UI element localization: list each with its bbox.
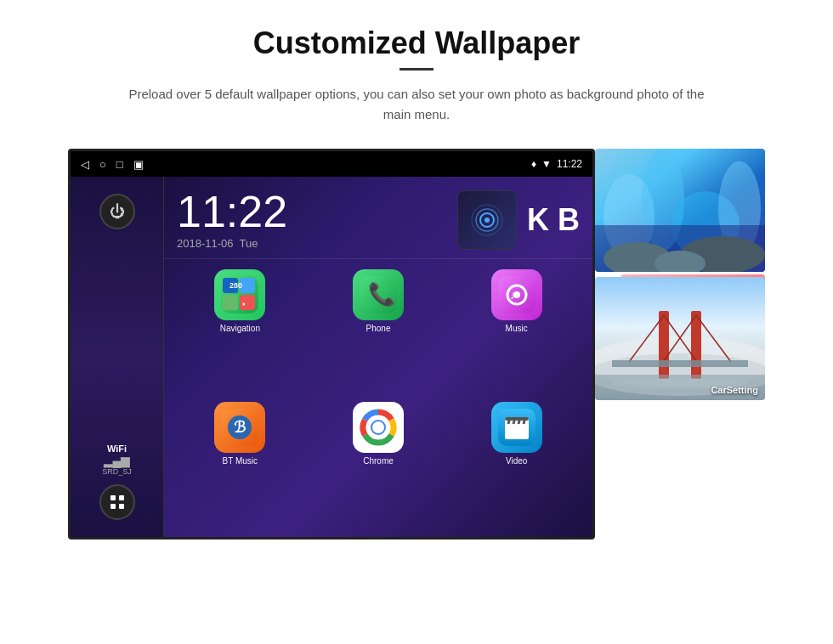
app-item-phone[interactable]: 📞 Phone: [313, 269, 445, 395]
video-icon: [491, 402, 542, 453]
music-icon: ♪: [491, 269, 542, 320]
main-container: ◁ ○ □ ▣ ♦ ▼ 11:22 ⏻: [68, 149, 765, 539]
svg-rect-2: [110, 504, 116, 509]
clock-right: K B: [457, 190, 580, 250]
video-label: Video: [506, 456, 527, 466]
power-icon: ⏻: [110, 203, 125, 221]
shortcut-b: B: [558, 202, 580, 238]
chrome-label: Chrome: [363, 456, 394, 466]
svg-point-27: [372, 421, 384, 433]
page-title: Customized Wallpaper: [253, 25, 581, 61]
status-left: ◁ ○ □ ▣: [81, 158, 144, 171]
bridge-wallpaper: [595, 277, 765, 400]
video-icon-svg: [498, 409, 536, 446]
clock-left: 11:22 2018-11-06 Tue: [177, 189, 287, 250]
svg-line-33: [513, 417, 515, 424]
app-item-navigation[interactable]: 280 ♦ Navigation: [174, 269, 306, 395]
wallpaper-thumb-bridge[interactable]: CarSetting: [595, 277, 765, 400]
wifi-signal-icon: ▂▄▆: [102, 454, 132, 467]
radio-widget[interactable]: [457, 190, 517, 250]
wallpaper-thumb-ice[interactable]: [595, 149, 765, 272]
app-item-bt-music[interactable]: ℬ BT Music: [174, 402, 306, 528]
recents-nav-icon[interactable]: □: [116, 158, 123, 171]
clock-area: 11:22 2018-11-06 Tue: [164, 177, 592, 259]
shortcut-k: K: [527, 202, 549, 238]
app-item-chrome[interactable]: Chrome: [313, 402, 445, 528]
app-item-music[interactable]: ♪ Music: [450, 269, 582, 395]
svg-point-7: [484, 217, 490, 223]
apps-button[interactable]: [99, 484, 135, 520]
svg-rect-0: [110, 495, 116, 500]
clock-time: 11:22: [177, 189, 287, 234]
music-icon-svg: ♪: [498, 276, 536, 314]
wifi-label: WiFi: [102, 443, 132, 454]
bt-icon-svg: ℬ: [221, 409, 258, 446]
music-label: Music: [506, 324, 528, 333]
back-nav-icon[interactable]: ◁: [81, 158, 89, 171]
main-content: 11:22 2018-11-06 Tue: [164, 177, 592, 537]
title-divider: [400, 68, 434, 71]
grid-icon: [109, 494, 126, 511]
device-frame: ◁ ○ □ ▣ ♦ ▼ 11:22 ⏻: [68, 149, 595, 539]
svg-line-32: [508, 417, 510, 424]
status-time: 11:22: [557, 158, 582, 170]
svg-rect-1: [119, 495, 124, 500]
location-icon: ♦: [531, 158, 536, 170]
wifi-info: WiFi ▂▄▆ SRD_SJ: [102, 443, 132, 476]
app-grid: 280 ♦ Navigation: [164, 259, 592, 537]
svg-rect-11: [223, 295, 238, 310]
svg-text:280: 280: [230, 281, 242, 290]
home-nav-icon[interactable]: ○: [99, 158, 106, 171]
navigation-label: Navigation: [220, 324, 260, 333]
gallery-nav-icon[interactable]: ▣: [133, 158, 144, 171]
wifi-status-icon: ▼: [541, 158, 552, 170]
sidebar-bottom: WiFi ▂▄▆ SRD_SJ: [99, 443, 135, 520]
device-body: ⏻ WiFi ▂▄▆ SRD_SJ: [71, 177, 592, 537]
clock-date: 2018-11-06 Tue: [177, 237, 258, 250]
page-description: Preload over 5 default wallpaper options…: [128, 84, 706, 125]
phone-icon-svg: 📞: [360, 276, 397, 314]
svg-text:ℬ: ℬ: [234, 419, 246, 436]
svg-line-35: [524, 417, 525, 424]
navigation-icon: 280 ♦: [214, 269, 265, 320]
power-button[interactable]: ⏻: [99, 194, 135, 229]
svg-text:📞: 📞: [368, 280, 396, 308]
svg-line-34: [518, 417, 520, 424]
maps-icon: 280 ♦: [221, 276, 258, 314]
carsetting-label: CarSetting: [711, 385, 758, 395]
chrome-icon-svg: [360, 409, 397, 446]
svg-rect-54: [612, 360, 748, 367]
bt-music-label: BT Music: [223, 456, 258, 466]
radio-icon: [471, 204, 503, 236]
svg-text:♪: ♪: [510, 288, 516, 302]
wifi-ssid: SRD_SJ: [102, 467, 132, 476]
app-shortcuts: K B: [527, 202, 580, 238]
svg-rect-29: [505, 422, 529, 439]
wallpaper-stack: 🎵: [595, 149, 765, 400]
status-right: ♦ ▼ 11:22: [531, 158, 582, 170]
chrome-icon: [353, 402, 404, 453]
device-sidebar: ⏻ WiFi ▂▄▆ SRD_SJ: [71, 177, 164, 537]
bt-music-icon: ℬ: [214, 402, 265, 453]
phone-icon: 📞: [353, 269, 404, 320]
ice-wallpaper: [595, 149, 765, 272]
phone-label: Phone: [366, 324, 391, 333]
sidebar-top: ⏻: [99, 194, 135, 229]
app-item-video[interactable]: Video: [450, 402, 582, 528]
svg-text:♦: ♦: [242, 301, 246, 307]
status-bar: ◁ ○ □ ▣ ♦ ▼ 11:22: [71, 151, 592, 177]
svg-rect-3: [119, 504, 124, 509]
